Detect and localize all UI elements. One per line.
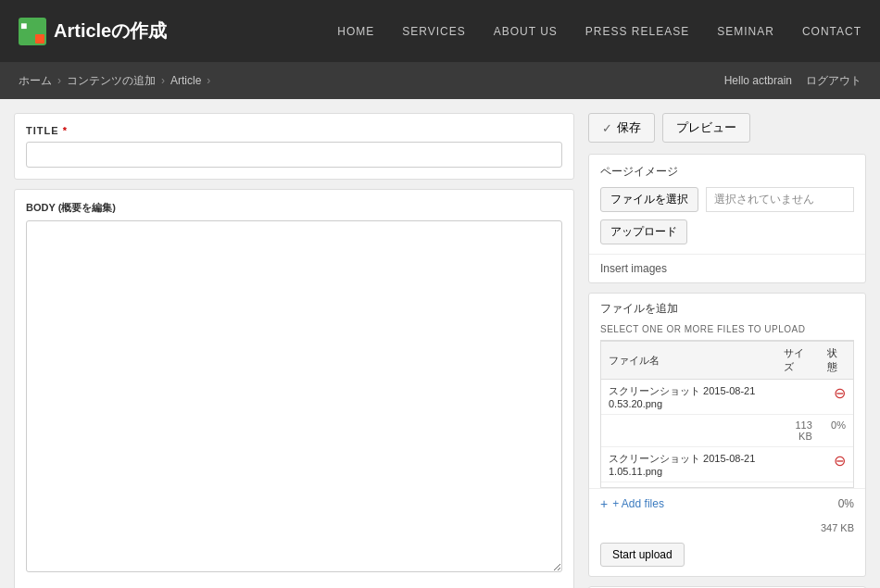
header: Articleの作成 HOME SERVICES ABOUT US PRESS … (0, 0, 880, 62)
breadcrumb-home[interactable]: ホーム (19, 73, 52, 89)
file-status-text: 選択されていません (706, 187, 854, 212)
file-name-0: スクリーンショット 2015-08-21 0.53.20.png (601, 380, 776, 415)
body-textarea[interactable] (26, 220, 562, 572)
title-section: TITLE * (14, 113, 574, 180)
total-size: 347 KB (589, 519, 865, 537)
logout-button[interactable]: ログアウト (806, 73, 861, 89)
files-table: ファイル名 サイズ 状態 スクリーンショット 2015-08-21 0.53.2… (601, 341, 853, 488)
page-image-section: ページイメージ ファイルを選択 選択されていません アップロード (589, 155, 865, 254)
logo-icon (19, 18, 46, 45)
file-upload-header: ファイルを追加 (589, 294, 865, 324)
nav-home[interactable]: HOME (337, 25, 374, 38)
upload-button[interactable]: アップロード (600, 219, 687, 244)
breadcrumb-left: ホーム › コンテンツの追加 › Article › (19, 73, 210, 89)
insert-images-label: Insert images (589, 254, 865, 282)
add-files-icon: + (600, 496, 608, 511)
preview-button[interactable]: プレビュー (662, 113, 750, 143)
file-upload-section: ファイルを追加 SELECT ONE OR MORE FILES TO UPLO… (588, 293, 866, 577)
nav-contact[interactable]: CONTACT (802, 25, 861, 38)
save-button[interactable]: ✓ 保存 (588, 113, 655, 143)
main-nav: HOME SERVICES ABOUT US PRESS RELEASE SEM… (337, 25, 861, 38)
table-row: スクリーンショット 2015-08-21 0.53.20.png ⊖ (601, 380, 853, 415)
title-label: TITLE * (26, 125, 562, 136)
files-table-scroll[interactable]: ファイル名 サイズ 状態 スクリーンショット 2015-08-21 0.53.2… (600, 340, 854, 488)
col-filename: ファイル名 (601, 342, 776, 380)
page-image-label: ページイメージ (600, 164, 854, 180)
breadcrumb-sep-1: › (57, 74, 61, 87)
remove-icon-0[interactable]: ⊖ (820, 380, 853, 415)
required-star: * (63, 125, 68, 136)
breadcrumb-right: Hello actbrain ログアウト (724, 73, 861, 89)
title-input[interactable] (26, 142, 562, 168)
left-panel: TITLE * BODY (概要を編集) (14, 113, 574, 588)
file-select-row: ファイルを選択 選択されていません (600, 187, 854, 212)
breadcrumb-bar: ホーム › コンテンツの追加 › Article › Hello actbrai… (0, 62, 880, 99)
nav-services[interactable]: SERVICES (402, 25, 465, 38)
logo: Articleの作成 (19, 18, 337, 45)
file-size-0: 113 KB (776, 415, 820, 447)
breadcrumb-sep-2: › (161, 74, 165, 87)
col-status: 状態 (820, 342, 853, 380)
table-row-detail: 113 KB 0% (601, 415, 853, 447)
col-size: サイズ (776, 342, 820, 380)
body-label: BODY (概要を編集) (26, 201, 562, 215)
file-name-1: スクリーンショット 2015-08-21 1.05.11.png (601, 447, 776, 482)
page-image-box: ページイメージ ファイルを選択 選択されていません アップロード Insert … (588, 154, 866, 283)
breadcrumb-sep-3: › (207, 74, 210, 87)
add-files-row[interactable]: + + Add files 0% (589, 488, 865, 519)
breadcrumb-add-content[interactable]: コンテンツの追加 (67, 73, 156, 89)
nav-press-release[interactable]: PRESS RELEASE (585, 25, 689, 38)
table-row: スクリーンショット 2015-08-21 1.05.11.png ⊖ (601, 447, 853, 482)
nav-about-us[interactable]: ABOUT US (494, 25, 558, 38)
add-files-pct: 0% (838, 497, 854, 510)
main-content: TITLE * BODY (概要を編集) ✓ 保存 プレビュー ページイメージ (0, 99, 880, 588)
breadcrumb-article[interactable]: Article (170, 74, 201, 87)
logo-text: Articleの作成 (54, 19, 167, 44)
nav-seminar[interactable]: SEMINAR (717, 25, 774, 38)
remove-icon-1[interactable]: ⊖ (820, 447, 853, 482)
add-files-label[interactable]: + Add files (612, 497, 664, 510)
start-upload-button[interactable]: Start upload (600, 543, 685, 567)
action-buttons: ✓ 保存 プレビュー (588, 113, 866, 143)
body-section: BODY (概要を編集) (14, 189, 574, 588)
upload-subtitle: SELECT ONE OR MORE FILES TO UPLOAD (589, 324, 865, 340)
user-greeting: Hello actbrain (724, 74, 792, 87)
check-icon: ✓ (602, 121, 612, 135)
file-select-button[interactable]: ファイルを選択 (600, 187, 698, 212)
file-progress-0: 0% (820, 415, 853, 447)
right-panel: ✓ 保存 プレビュー ページイメージ ファイルを選択 選択されていません アップ… (588, 113, 866, 588)
